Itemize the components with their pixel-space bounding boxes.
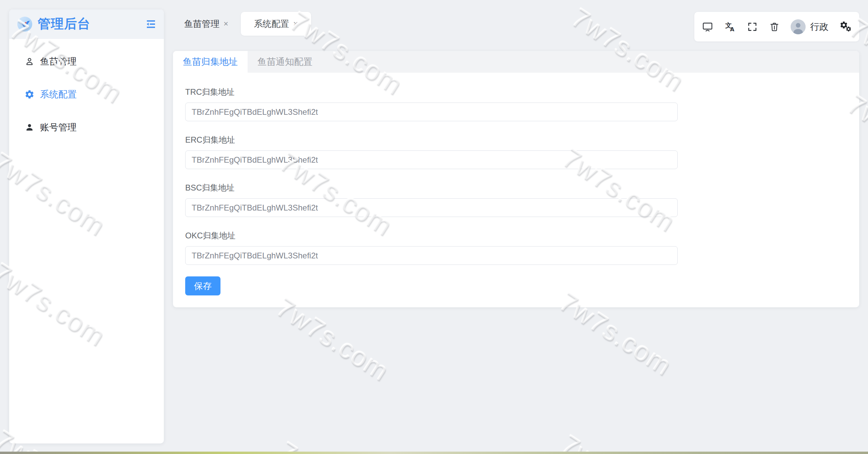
form-field-erc: ERC归集地址: [185, 135, 859, 169]
save-button[interactable]: 保存: [185, 276, 220, 295]
svg-text:A: A: [730, 26, 734, 33]
user-filled-icon: [24, 122, 35, 132]
form-field-okc: OKC归集地址: [185, 231, 859, 265]
admin-page: 7w7s.com 7w7s.com 7w7s.com 7w7s.com 7w7s…: [0, 0, 868, 454]
tab-notification-config[interactable]: 鱼苗通知配置: [248, 51, 322, 73]
close-icon[interactable]: ×: [293, 20, 298, 28]
sidebar-item-label: 账号管理: [40, 121, 77, 133]
app-logo-icon: [17, 16, 33, 32]
field-label: TRC归集地址: [185, 87, 859, 97]
sidebar-item-label: 系统配置: [40, 88, 77, 101]
field-label: ERC归集地址: [185, 135, 859, 145]
monitor-icon[interactable]: [702, 21, 713, 33]
fullscreen-icon[interactable]: [747, 21, 758, 32]
field-label: OKC归集地址: [185, 231, 859, 241]
user-outline-icon: [24, 56, 35, 67]
watermark: 7w7s.com: [273, 435, 397, 454]
tab-collection-address[interactable]: 鱼苗归集地址: [173, 51, 248, 73]
user-menu[interactable]: 行政: [791, 19, 828, 34]
form-field-bsc: BSC归集地址: [185, 183, 859, 217]
sidebar-item-label: 鱼苗管理: [40, 55, 77, 68]
okc-address-input[interactable]: [185, 246, 678, 265]
tab-fish-management[interactable]: 鱼苗管理 ×: [184, 12, 228, 36]
close-icon[interactable]: ×: [224, 20, 228, 28]
address-form: TRC归集地址 ERC归集地址 BSC归集地址 OKC归集地址 保存: [173, 73, 859, 295]
tab-system-config[interactable]: 系统配置 ×: [241, 12, 311, 36]
tab-label: 鱼苗归集地址: [183, 56, 238, 68]
collapse-sidebar-icon[interactable]: [145, 18, 157, 30]
settings-card: 鱼苗归集地址 鱼苗通知配置 TRC归集地址 ERC归集地址 BSC归集地址 OK…: [173, 51, 859, 307]
tab-label: 鱼苗管理: [184, 18, 219, 30]
sidebar-item-account-management[interactable]: 账号管理: [9, 111, 164, 144]
sidebar-menu: 鱼苗管理 系统配置 账号管理: [9, 39, 164, 144]
sidebar: 管理后台 鱼苗管理 系统配置: [9, 10, 164, 443]
settings-gears-icon[interactable]: [840, 21, 852, 33]
sidebar-item-system-config[interactable]: 系统配置: [9, 78, 164, 111]
bsc-address-input[interactable]: [185, 198, 678, 217]
avatar: [791, 19, 806, 34]
tab-label: 鱼苗通知配置: [257, 56, 312, 68]
tab-label: 系统配置: [254, 18, 289, 30]
form-field-trc: TRC归集地址: [185, 87, 859, 121]
trc-address-input[interactable]: [185, 103, 678, 121]
trash-icon[interactable]: [769, 21, 780, 32]
gear-icon: [24, 89, 35, 99]
watermark: 7w7s.com: [556, 429, 680, 454]
sidebar-header: 管理后台: [9, 10, 164, 39]
toolbar: 文 A 行政: [694, 12, 859, 41]
bottom-strip: [0, 452, 868, 454]
app-title: 管理后台: [38, 15, 91, 33]
sidebar-item-fish-management[interactable]: 鱼苗管理: [9, 45, 164, 78]
field-label: BSC归集地址: [185, 183, 859, 193]
content-tabs: 鱼苗归集地址 鱼苗通知配置: [173, 51, 859, 73]
erc-address-input[interactable]: [185, 150, 678, 169]
translate-icon[interactable]: 文 A: [725, 21, 736, 33]
username: 行政: [810, 21, 828, 33]
